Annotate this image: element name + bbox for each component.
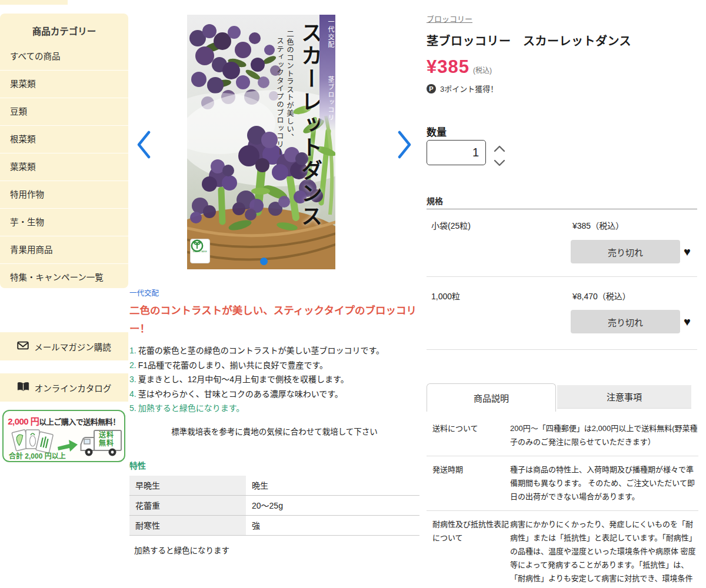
quantity-increase-button[interactable]: [493, 145, 506, 154]
traits-table: 早晩生 晩生 花蕾重 20〜25g 耐寒性 強: [129, 476, 419, 536]
sidebar-item-fruit-vegetables[interactable]: 果菜類: [0, 71, 128, 98]
chevron-left-icon: [134, 129, 154, 160]
tab-precautions[interactable]: 注意事項: [557, 385, 691, 409]
carousel-next-button[interactable]: [394, 129, 414, 160]
sidebar-item-special-crops[interactable]: 特用作物: [0, 181, 128, 209]
page-title: 茎ブロッコリー スカーレットダンス: [427, 32, 631, 49]
packet-ribbon: 一代交配茎ブロッコリ: [319, 15, 335, 131]
product-description-block: 一代交配 二色のコントラストが美しい、スティックタイプのブロッコリー！ 1.花蕾…: [129, 287, 419, 556]
sidebar-item-produce[interactable]: 青果用商品: [0, 236, 128, 264]
feature-item: 3.夏まきとし、12月中旬〜4月上旬まで側枝を収穫します。: [129, 372, 419, 387]
chevron-right-icon: [394, 129, 414, 160]
free-shipping-headline: 2,000 円以上ご購入で送料無料！: [4, 411, 124, 427]
description-headline: 二色のコントラストが美しい、スティックタイプのブロッコリー！: [129, 302, 419, 338]
online-catalog-label: オンラインカタログ: [35, 382, 112, 394]
cultivation-note: 標準栽培表を参考に貴地の気候に合わせて栽培して下さい: [129, 425, 419, 437]
sold-out-button[interactable]: 売り切れ: [571, 310, 680, 333]
feature-item: 2.F1品種で花蕾のしまり、揃い共に良好で豊産です。: [129, 358, 419, 373]
carousel-prev-button[interactable]: [134, 129, 154, 160]
carousel-dot[interactable]: [260, 258, 268, 265]
quantity-label: 数量: [427, 124, 447, 139]
category-panel-title: 商品カテゴリー: [0, 24, 128, 37]
traits-note: 加熱すると緑色になります: [129, 544, 419, 556]
points-text: 3ポイント獲得！: [440, 83, 498, 94]
seed-cards-icon: [12, 429, 53, 453]
sidebar-item-campaigns[interactable]: 特集・キャンペーン一覧: [0, 264, 128, 292]
info-table: 送料について 200円〜「四種郵便」は2,000円以上で送料無料(野菜種子のみの…: [427, 415, 698, 588]
variant-price: ¥385（税込）: [572, 219, 624, 231]
table-row: 花蕾重 20〜25g: [129, 496, 419, 516]
table-row: 耐寒性 強: [129, 516, 419, 536]
feature-item: 4.茎はやわらかく、甘味とコクのある濃厚な味わいです。: [129, 387, 419, 402]
quantity-decrease-button[interactable]: [493, 159, 506, 168]
product-panel: ブロッコリー 茎ブロッコリー スカーレットダンス ¥385 (税込) P 3ポイ…: [427, 0, 697, 588]
top-strip: [0, 0, 68, 5]
free-shipping-banner[interactable]: 2,000 円以上ご購入で送料無料！ 送料無料 合計 2,000 円以上: [2, 410, 125, 462]
product-image: 二色のコントラストが美しい、スティックタイプのブロッコリー スカーレットダンス …: [187, 15, 335, 269]
quantity-input[interactable]: [427, 140, 486, 165]
brand-logo: MARUTANE: [190, 239, 210, 263]
tax-note: (税込): [473, 65, 492, 75]
points-icon: P: [427, 84, 436, 93]
traits-heading: 特性: [129, 459, 419, 471]
variant-name: 小袋(25粒): [431, 219, 471, 231]
mail-magazine-button[interactable]: メールマガジン購読: [0, 332, 128, 360]
sidebar-item-potatoes[interactable]: 芋・生物: [0, 209, 128, 236]
arrow-icon: [58, 440, 78, 452]
f1-hybrid-link[interactable]: 一代交配: [129, 287, 419, 298]
shipping-total-label: 合計 2,000 円以上: [9, 450, 66, 460]
divider: [427, 349, 697, 350]
divider: [427, 276, 697, 277]
table-row: 発送時期 種子は商品の特性上、入荷時期及び播種期が様々で準備期間も異なります。 …: [427, 456, 698, 511]
envelope-icon: [17, 341, 29, 352]
chevron-up-icon: [493, 145, 506, 153]
free-shipping-amount: 2,000 円: [8, 416, 39, 426]
favorite-heart-icon[interactable]: ♥: [684, 246, 691, 258]
sidebar-item-leaf-vegetables[interactable]: 葉菜類: [0, 153, 128, 181]
online-catalog-button[interactable]: オンラインカタログ: [0, 373, 128, 402]
variant-name: 1,000粒: [431, 290, 460, 302]
tab-product-description[interactable]: 商品説明: [427, 383, 556, 412]
variant-price: ¥8,470（税込）: [572, 290, 631, 302]
feature-list: 1.花蕾の紫色と茎の緑色のコントラストが美しい茎ブロッコリです。 2.F1品種で…: [129, 343, 419, 416]
price-row: ¥385 (税込): [427, 56, 492, 78]
points-row: P 3ポイント獲得！: [427, 83, 498, 94]
price: ¥385: [427, 56, 469, 78]
sidebar-item-beans[interactable]: 豆類: [0, 98, 128, 126]
sold-out-button[interactable]: 売り切れ: [571, 240, 680, 263]
sprout-icon: [191, 239, 204, 252]
feature-item: 1.花蕾の紫色と茎の緑色のコントラストが美しい茎ブロッコリです。: [129, 343, 419, 358]
divider: [427, 209, 697, 209]
chevron-down-icon: [493, 159, 506, 167]
sidebar-item-root-vegetables[interactable]: 根菜類: [0, 126, 128, 153]
book-icon: [17, 382, 29, 393]
table-row: 耐病性及び抵抗性表記について 病害にかかりにくかったり、発症しにくいものを「耐病…: [427, 511, 698, 588]
category-panel: 商品カテゴリー すべての商品 果菜類 豆類 根菜類 葉菜類 特用作物 芋・生物 …: [0, 14, 128, 288]
feature-item: 5.加熱すると緑色になります。: [129, 401, 419, 416]
truck-free-shipping-label: 送料無料: [99, 432, 119, 448]
mail-magazine-label: メールマガジン購読: [34, 340, 111, 353]
spec-heading: 規格: [427, 195, 443, 206]
sidebar-item-all-products[interactable]: すべての商品: [0, 43, 128, 71]
favorite-heart-icon[interactable]: ♥: [684, 316, 691, 328]
packet-subtitle: 二色のコントラストが美しい、スティックタイプのブロッコリー: [274, 30, 294, 165]
table-row: 早晩生 晩生: [129, 476, 419, 496]
breadcrumb[interactable]: ブロッコリー: [427, 13, 472, 24]
table-row: 送料について 200円〜「四種郵便」は2,000円以上で送料無料(野菜種子のみの…: [427, 415, 698, 456]
